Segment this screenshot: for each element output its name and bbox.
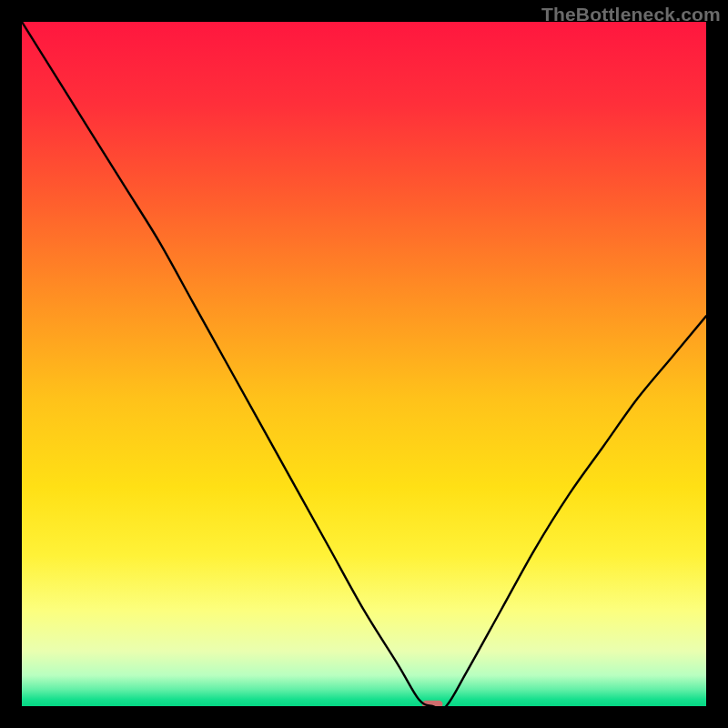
bottleneck-chart: TheBottleneck.com [0,0,728,728]
plot-area [22,22,706,706]
bottleneck-curve [22,22,706,706]
